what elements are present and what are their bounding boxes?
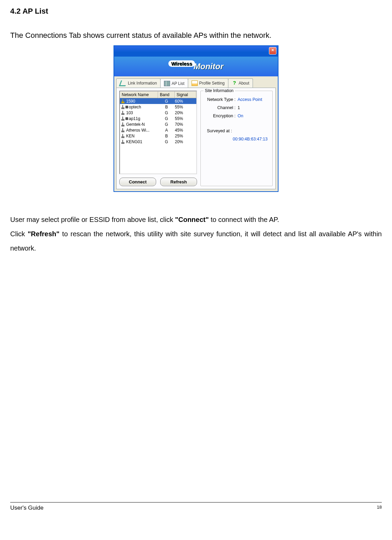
network-type-value: Access Point [237, 97, 270, 102]
refresh-button[interactable]: Refresh [160, 178, 197, 186]
lock-icon [125, 117, 128, 120]
help-icon: ? [232, 81, 237, 86]
channel-value: 1 [237, 105, 270, 110]
cell-signal: 25% [175, 134, 196, 138]
surveyed-at-label: Surveyed at : [203, 129, 270, 133]
body-copy: User may select profile or ESSID from ab… [10, 212, 382, 255]
tab-ap-list-label: AP List [171, 81, 184, 86]
cell-network-name: 1590 [120, 99, 158, 104]
table-row[interactable]: KENB25% [120, 133, 196, 139]
ap-list-icon [164, 81, 170, 86]
ap-list-panel: Network Name Band Signal 1590G60% optech… [116, 88, 276, 189]
page-number: 18 [377, 505, 382, 511]
tab-profile-label: Profile Setting [199, 81, 225, 86]
table-row[interactable]: 1590G60% [120, 98, 196, 104]
cell-signal: 55% [175, 105, 196, 109]
antenna-icon [121, 134, 125, 138]
network-type-label: Network Type : [203, 97, 237, 102]
cell-band: G [158, 110, 175, 115]
cell-network-name: optech [120, 105, 158, 109]
tab-about-label: About [239, 81, 249, 86]
cell-signal: 45% [175, 128, 196, 133]
col-band[interactable]: Band [158, 91, 175, 98]
connect-button[interactable]: Connect [119, 178, 156, 186]
table-row[interactable]: KENG01G20% [120, 139, 196, 145]
cell-network-name: Atheros Wi... [120, 128, 158, 133]
banner-wireless-text: Wireless [168, 60, 195, 67]
section-title: 4.2 AP List [10, 7, 382, 16]
table-row[interactable]: optechB55% [120, 104, 196, 110]
antenna-icon [121, 105, 125, 109]
ap-list-table[interactable]: Network Name Band Signal 1590G60% optech… [119, 91, 197, 174]
connect-keyword: "Connect" [175, 216, 209, 223]
body-p2-a: Click [10, 230, 28, 238]
table-header: Network Name Band Signal [120, 91, 196, 98]
col-signal[interactable]: Signal [175, 91, 196, 98]
tab-link-information[interactable]: Link Information [116, 78, 161, 88]
cell-band: B [158, 134, 175, 138]
tab-profile-setting[interactable]: Profile Setting [188, 78, 228, 88]
page-footer: User's Guide 18 [10, 502, 382, 511]
refresh-keyword: "Refresh" [28, 230, 59, 238]
tab-strip: Link Information AP List Profile Setting… [114, 76, 278, 88]
channel-label: Channel : [203, 105, 237, 110]
tab-ap-list[interactable]: AP List [160, 78, 188, 88]
cell-network-name: Gemtek-N [120, 122, 158, 127]
cell-band: G [158, 122, 175, 127]
cell-signal: 70% [175, 122, 196, 127]
table-row[interactable]: ap11gG55% [120, 116, 196, 121]
encryption-label: Encryption : [203, 114, 237, 118]
antenna-icon [121, 122, 125, 126]
surveyed-at-value: 00:90:4B:63:47:13 [203, 137, 270, 141]
site-info-legend: Site Information [203, 88, 235, 93]
antenna-icon [121, 128, 125, 132]
body-p1-a: User may select profile or ESSID from ab… [10, 216, 175, 223]
table-row[interactable]: 103G20% [120, 110, 196, 116]
table-row[interactable]: Atheros Wi...A45% [120, 127, 196, 133]
key-icon [121, 99, 125, 103]
tab-about[interactable]: ? About [228, 78, 253, 88]
antenna-icon [121, 140, 125, 144]
site-information-group: Site Information Network Type : Access P… [200, 91, 273, 186]
antenna-icon [121, 111, 125, 115]
cell-signal: 20% [175, 110, 196, 115]
cell-network-name: 103 [120, 110, 158, 115]
cell-band: A [158, 128, 175, 133]
tab-link-info-label: Link Information [128, 81, 157, 86]
signal-icon [119, 80, 127, 86]
cell-signal: 55% [175, 116, 196, 121]
encryption-value: On [237, 114, 270, 118]
table-row[interactable]: Gemtek-NG70% [120, 121, 196, 127]
body-p2-b: to rescan the network, this utility with… [10, 230, 382, 252]
cell-signal: 20% [175, 139, 196, 144]
intro-text: The Connections Tab shows current status… [10, 31, 382, 40]
cell-band: G [158, 139, 175, 144]
antenna-icon [121, 117, 125, 121]
cell-band: G [158, 99, 175, 104]
footer-guide: User's Guide [10, 505, 44, 511]
banner-monitor-text: Monitor [194, 62, 224, 71]
col-network-name[interactable]: Network Name [120, 91, 158, 98]
body-p1-b: to connect with the AP. [209, 216, 279, 223]
cell-signal: 60% [175, 99, 196, 104]
cell-network-name: ap11g [120, 116, 158, 121]
app-banner: Wireless Monitor [114, 57, 278, 76]
profile-icon [192, 80, 198, 86]
cell-band: G [158, 116, 175, 121]
title-bar: × [114, 46, 278, 57]
cell-band: B [158, 105, 175, 109]
close-icon[interactable]: × [269, 47, 276, 55]
cell-network-name: KENG01 [120, 139, 158, 144]
lock-icon [125, 106, 128, 108]
wireless-monitor-window: × Wireless Monitor Link Information AP L… [114, 45, 278, 192]
cell-network-name: KEN [120, 134, 158, 138]
